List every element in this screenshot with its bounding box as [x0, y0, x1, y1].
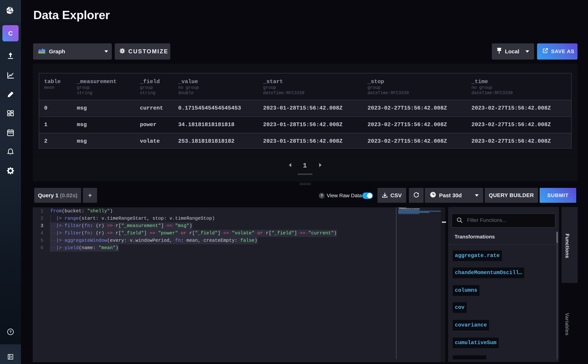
svg-text:?: ?	[9, 330, 12, 334]
